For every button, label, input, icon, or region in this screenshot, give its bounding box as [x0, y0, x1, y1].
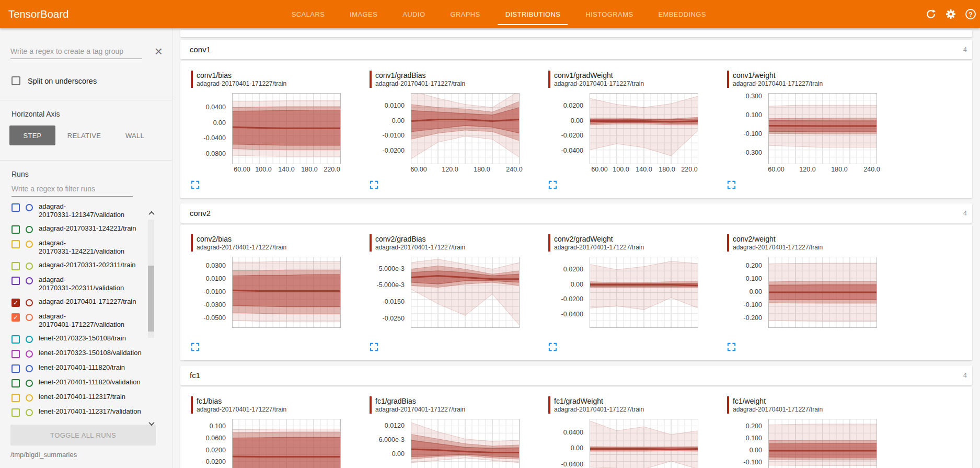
y-tick-label: 0.0200	[563, 266, 583, 273]
run-checkbox[interactable]	[11, 394, 20, 402]
run-item[interactable]: lenet-20170323-150108/validation	[0, 346, 172, 361]
chart-plot[interactable]	[232, 257, 341, 328]
chart-plot[interactable]	[590, 257, 698, 328]
run-checkbox[interactable]	[11, 335, 20, 344]
scroll-down-icon[interactable]	[148, 420, 155, 427]
run-checkbox[interactable]	[11, 350, 20, 358]
expand-icon[interactable]	[370, 180, 378, 189]
chart-plot[interactable]	[232, 93, 341, 164]
tag-group-header[interactable]: fc14	[180, 366, 972, 385]
run-checkbox[interactable]	[11, 408, 20, 417]
run-color-bar	[370, 396, 372, 414]
tab-scalars[interactable]: SCALARS	[279, 0, 338, 28]
run-radio[interactable]	[26, 299, 33, 306]
run-item[interactable]: lenet-20170401-111820/validation	[0, 375, 172, 390]
run-radio[interactable]	[26, 350, 33, 358]
chart-plot[interactable]	[768, 419, 877, 468]
run-item[interactable]: ✓adagrad-20170401-171227/train	[0, 295, 172, 310]
tab-graphs[interactable]: GRAPHS	[437, 0, 492, 28]
chart-title: conv1/bias	[197, 71, 286, 80]
tab-audio[interactable]: AUDIO	[390, 0, 437, 28]
run-item[interactable]: lenet-20170401-112317/train	[0, 390, 172, 405]
expand-icon[interactable]	[191, 180, 200, 189]
chart-plot[interactable]	[590, 419, 698, 468]
refresh-icon[interactable]	[925, 8, 937, 20]
run-item[interactable]: adagrad-20170331-124221/validation	[0, 236, 172, 258]
chart-card: conv1/biasadagrad-20170401-171227/train0…	[183, 71, 362, 193]
run-item[interactable]: adagrad-20170331-202311/train	[0, 258, 172, 273]
split-underscores-checkbox[interactable]: Split on underscores	[11, 76, 162, 85]
tab-images[interactable]: IMAGES	[337, 0, 390, 28]
chart-plot[interactable]	[768, 257, 877, 328]
chart-run-name: adagrad-20170401-171227/train	[375, 244, 465, 252]
run-radio[interactable]	[26, 394, 33, 402]
run-checkbox[interactable]	[11, 240, 20, 248]
x-tick-label: 120.0	[442, 166, 458, 173]
y-tick-label: -0.0400	[204, 134, 226, 142]
chart-plot[interactable]	[232, 419, 341, 468]
chart-plot[interactable]	[411, 257, 520, 328]
expand-icon[interactable]	[548, 343, 557, 351]
run-item[interactable]: ✓adagrad-20170401-171227/validation	[0, 310, 172, 332]
chart-plot[interactable]	[768, 93, 877, 164]
close-icon[interactable]: ×	[155, 45, 163, 58]
run-radio[interactable]	[26, 241, 33, 248]
expand-icon[interactable]	[191, 343, 200, 351]
run-checkbox[interactable]	[11, 277, 20, 285]
run-checkbox[interactable]	[11, 379, 20, 387]
run-radio[interactable]	[26, 365, 33, 372]
chart-actions	[727, 180, 898, 190]
tab-embeddings[interactable]: EMBEDDINGS	[645, 0, 718, 28]
tab-histograms[interactable]: HISTOGRAMS	[573, 0, 645, 28]
run-checkbox[interactable]	[11, 262, 20, 270]
run-radio[interactable]	[26, 409, 33, 416]
chart-plot[interactable]	[411, 419, 520, 468]
run-item[interactable]: adagrad-20170331-124221/train	[0, 222, 172, 236]
run-checkbox[interactable]: ✓	[11, 299, 20, 307]
run-item[interactable]: adagrad-20170331-121347/validation	[0, 200, 172, 222]
run-label: lenet-20170323-150108/train	[39, 334, 126, 343]
tag-group-header[interactable]: conv14	[180, 40, 972, 59]
x-axis-labels: 60.00120.0180.0240.0	[411, 164, 520, 173]
tab-distributions[interactable]: DISTRIBUTIONS	[493, 0, 573, 28]
run-radio[interactable]	[26, 314, 33, 321]
settings-icon[interactable]	[944, 8, 957, 20]
run-item[interactable]: lenet-20170401-112317/validation	[0, 405, 172, 419]
run-radio[interactable]	[26, 226, 33, 233]
run-item[interactable]: lenet-20170323-150108/train	[0, 332, 172, 346]
chart-card: fc1/gradBiasadagrad-20170401-171227/trai…	[362, 396, 541, 468]
plot-area: 5.000e-3-5.000e-3-0.0150-0.0250	[362, 257, 541, 328]
runs-scrollbar-thumb[interactable]	[148, 266, 154, 332]
expand-icon[interactable]	[370, 343, 378, 351]
run-item[interactable]: adagrad-20170331-202311/validation	[0, 273, 172, 295]
chart-plot[interactable]	[590, 93, 698, 164]
run-item[interactable]: lenet-20170401-111820/train	[0, 361, 172, 375]
expand-icon[interactable]	[548, 180, 557, 189]
run-checkbox[interactable]	[11, 225, 20, 234]
chart-actions	[191, 343, 362, 352]
run-radio[interactable]	[26, 380, 33, 387]
help-icon[interactable]: ?	[964, 8, 977, 20]
run-label: adagrad-20170331-121347/validation	[39, 202, 124, 219]
tag-group-header[interactable]: conv24	[180, 203, 972, 223]
run-radio[interactable]	[26, 277, 33, 284]
tag-regex-input[interactable]	[10, 44, 142, 59]
axis-mode-step[interactable]: STEP	[9, 125, 55, 145]
chart-title: fc1/gradBias	[375, 396, 465, 406]
scroll-up-icon[interactable]	[148, 210, 155, 216]
runs-regex-input[interactable]	[11, 181, 133, 197]
axis-mode-relative[interactable]: RELATIVE	[55, 125, 113, 145]
run-checkbox[interactable]	[11, 203, 20, 212]
run-color-bar	[370, 71, 372, 88]
expand-icon[interactable]	[727, 180, 736, 189]
expand-icon[interactable]	[727, 343, 736, 351]
run-checkbox[interactable]: ✓	[11, 313, 20, 322]
run-radio[interactable]	[26, 262, 33, 270]
run-radio[interactable]	[26, 336, 33, 343]
toggle-all-runs-button[interactable]: TOGGLE ALL RUNS	[10, 425, 156, 446]
run-radio[interactable]	[26, 204, 33, 211]
run-checkbox[interactable]	[11, 364, 20, 373]
chart-titles: conv1/gradWeightadagrad-20170401-171227/…	[554, 71, 644, 88]
chart-plot[interactable]	[411, 93, 520, 164]
axis-mode-wall[interactable]: WALL	[113, 125, 157, 145]
